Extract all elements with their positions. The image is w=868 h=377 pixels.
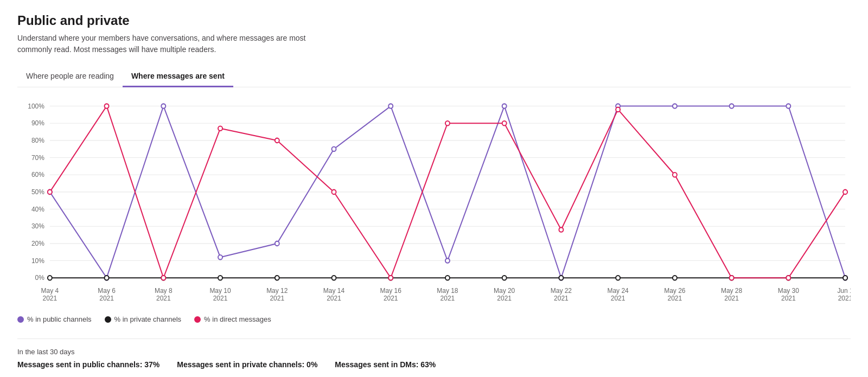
svg-point-78 (673, 276, 677, 280)
svg-point-60 (502, 104, 507, 108)
legend-public: % in public channels (17, 315, 92, 323)
legend-label-dm: % in direct messages (204, 315, 271, 323)
svg-point-68 (105, 276, 109, 280)
svg-point-63 (673, 104, 677, 108)
svg-point-89 (445, 121, 450, 125)
svg-text:2021: 2021 (611, 295, 626, 302)
svg-point-87 (331, 190, 336, 194)
svg-point-84 (161, 276, 165, 280)
summary-stats: Messages sent in public channels: 37% Me… (17, 360, 851, 369)
line-chart: 100% 90% 80% 70% 60% 50% 40% 30% 20% 10%… (17, 100, 851, 306)
svg-text:100%: 100% (28, 102, 44, 110)
tab-sent[interactable]: Where messages are sent (123, 66, 233, 87)
stat-private: Messages sent in private channels: 0% (177, 360, 317, 369)
svg-text:10%: 10% (31, 257, 44, 264)
svg-point-59 (445, 258, 450, 263)
svg-text:40%: 40% (31, 205, 44, 213)
svg-text:50%: 50% (31, 188, 44, 196)
svg-point-96 (843, 190, 847, 194)
svg-text:80%: 80% (31, 137, 44, 144)
svg-text:2021: 2021 (270, 295, 284, 302)
svg-point-55 (218, 255, 222, 259)
stat-private-label: Messages sent in private channels: (177, 360, 304, 369)
svg-point-74 (445, 276, 450, 280)
svg-text:30%: 30% (31, 222, 44, 230)
svg-point-92 (616, 107, 620, 112)
page-description: Understand where your members have conve… (17, 33, 321, 55)
stat-dm: Messages sent in DMs: 63% (335, 360, 436, 369)
summary-section: In the last 30 days Messages sent in pub… (17, 338, 851, 369)
svg-point-75 (502, 276, 507, 280)
legend-dot-public (17, 316, 24, 323)
svg-text:May 20: May 20 (494, 286, 515, 294)
svg-text:May 14: May 14 (323, 286, 344, 294)
stat-dm-value: 63% (420, 360, 436, 369)
svg-text:2021: 2021 (384, 295, 398, 302)
svg-point-70 (218, 276, 222, 280)
svg-text:2021: 2021 (327, 295, 341, 302)
svg-text:May 10: May 10 (209, 286, 231, 294)
svg-text:May 4: May 4 (41, 286, 59, 294)
stat-dm-label: Messages sent in DMs: (335, 360, 418, 369)
svg-text:2021: 2021 (43, 295, 58, 302)
svg-point-91 (559, 227, 563, 232)
svg-text:May 24: May 24 (608, 286, 629, 294)
svg-point-85 (218, 126, 222, 131)
svg-text:May 16: May 16 (380, 286, 401, 294)
svg-text:May 30: May 30 (778, 286, 799, 294)
summary-period: In the last 30 days (17, 348, 851, 356)
svg-point-90 (502, 121, 507, 125)
svg-point-83 (105, 104, 109, 108)
stat-private-value: 0% (307, 360, 317, 369)
legend-dot-dm (194, 316, 201, 323)
svg-point-81 (843, 276, 847, 280)
svg-point-71 (275, 276, 279, 280)
svg-point-65 (786, 104, 790, 108)
legend-label-public: % in public channels (27, 315, 92, 323)
svg-text:May 22: May 22 (551, 286, 572, 294)
page-title: Public and private (17, 13, 851, 28)
svg-text:90%: 90% (31, 119, 44, 127)
svg-text:2021: 2021 (554, 295, 569, 302)
svg-text:60%: 60% (31, 171, 44, 178)
legend-label-private: % in private channels (114, 315, 182, 323)
svg-point-67 (48, 276, 52, 280)
svg-point-72 (331, 276, 336, 280)
svg-point-77 (616, 276, 620, 280)
svg-point-54 (161, 104, 165, 108)
svg-point-95 (786, 276, 790, 280)
svg-text:May 18: May 18 (437, 286, 458, 294)
svg-text:May 26: May 26 (664, 286, 685, 294)
legend-private: % in private channels (105, 315, 182, 323)
svg-text:70%: 70% (31, 154, 44, 161)
tabs-container: Where people are reading Where messages … (17, 66, 851, 87)
svg-text:2021: 2021 (781, 295, 796, 302)
stat-public-value: 37% (144, 360, 159, 369)
legend-dot-private (105, 316, 111, 323)
svg-point-57 (331, 147, 336, 151)
svg-text:20%: 20% (31, 240, 44, 247)
svg-text:2021: 2021 (441, 295, 455, 302)
svg-text:2021: 2021 (156, 295, 171, 302)
stat-public: Messages sent in public channels: 37% (17, 360, 159, 369)
svg-point-58 (388, 104, 393, 108)
svg-point-76 (559, 276, 563, 280)
svg-point-86 (275, 138, 279, 143)
svg-point-94 (730, 276, 734, 280)
svg-text:May 8: May 8 (155, 286, 173, 294)
svg-point-64 (730, 104, 734, 108)
svg-text:2021: 2021 (497, 295, 512, 302)
legend-dm: % in direct messages (194, 315, 271, 323)
svg-text:2021: 2021 (99, 295, 114, 302)
svg-text:May 6: May 6 (98, 286, 116, 294)
svg-point-56 (275, 241, 279, 246)
svg-text:2021: 2021 (668, 295, 682, 302)
svg-text:0%: 0% (35, 274, 44, 282)
svg-point-82 (48, 190, 52, 194)
stat-public-label: Messages sent in public channels: (17, 360, 142, 369)
svg-text:2021: 2021 (213, 295, 228, 302)
svg-text:May 12: May 12 (266, 286, 288, 294)
svg-point-93 (673, 172, 677, 177)
tab-reading[interactable]: Where people are reading (17, 66, 123, 87)
svg-text:May 28: May 28 (721, 286, 742, 294)
